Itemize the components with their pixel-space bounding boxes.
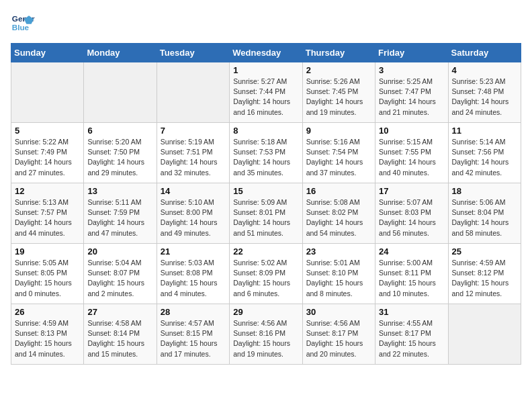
day-info: Sunrise: 5:10 AM Sunset: 8:00 PM Dayligh… (161, 197, 226, 238)
calendar-table: SundayMondayTuesdayWednesdayThursdayFrid… (11, 43, 521, 365)
calendar-day-cell: 4Sunrise: 5:23 AM Sunset: 7:48 PM Daylig… (448, 62, 521, 123)
day-info: Sunrise: 5:04 AM Sunset: 8:07 PM Dayligh… (87, 258, 152, 299)
calendar-day-cell: 8Sunrise: 5:18 AM Sunset: 7:53 PM Daylig… (230, 123, 302, 183)
day-info: Sunrise: 4:59 AM Sunset: 8:13 PM Dayligh… (15, 318, 80, 359)
day-info: Sunrise: 4:56 AM Sunset: 8:17 PM Dayligh… (306, 318, 371, 359)
weekday-header-cell: Wednesday (230, 44, 302, 62)
day-info: Sunrise: 5:16 AM Sunset: 7:54 PM Dayligh… (306, 137, 371, 178)
day-number: 14 (161, 186, 226, 196)
day-info: Sunrise: 4:59 AM Sunset: 8:12 PM Dayligh… (452, 258, 517, 299)
calendar-day-cell (448, 304, 521, 365)
day-info: Sunrise: 4:57 AM Sunset: 8:15 PM Dayligh… (161, 318, 226, 359)
calendar-day-cell (11, 62, 84, 123)
calendar-day-cell: 14Sunrise: 5:10 AM Sunset: 8:00 PM Dayli… (157, 183, 229, 244)
calendar-day-cell: 30Sunrise: 4:56 AM Sunset: 8:17 PM Dayli… (302, 304, 375, 365)
calendar-week-row: 26Sunrise: 4:59 AM Sunset: 8:13 PM Dayli… (11, 304, 521, 365)
day-info: Sunrise: 5:06 AM Sunset: 8:04 PM Dayligh… (452, 197, 517, 238)
calendar-day-cell: 9Sunrise: 5:16 AM Sunset: 7:54 PM Daylig… (302, 123, 375, 183)
calendar-day-cell: 16Sunrise: 5:08 AM Sunset: 8:02 PM Dayli… (302, 183, 375, 244)
calendar-day-cell: 29Sunrise: 4:56 AM Sunset: 8:16 PM Dayli… (230, 304, 302, 365)
day-number: 15 (233, 186, 298, 196)
calendar-day-cell: 12Sunrise: 5:13 AM Sunset: 7:57 PM Dayli… (11, 183, 84, 244)
calendar-day-cell: 5Sunrise: 5:22 AM Sunset: 7:49 PM Daylig… (11, 123, 84, 183)
calendar-week-row: 19Sunrise: 5:05 AM Sunset: 8:05 PM Dayli… (11, 244, 521, 304)
calendar-day-cell: 31Sunrise: 4:55 AM Sunset: 8:17 PM Dayli… (375, 304, 448, 365)
calendar-day-cell: 3Sunrise: 5:25 AM Sunset: 7:47 PM Daylig… (375, 62, 448, 123)
day-info: Sunrise: 5:05 AM Sunset: 8:05 PM Dayligh… (15, 258, 80, 299)
day-number: 20 (87, 246, 152, 257)
day-info: Sunrise: 5:18 AM Sunset: 7:53 PM Dayligh… (233, 137, 298, 178)
day-info: Sunrise: 5:00 AM Sunset: 8:11 PM Dayligh… (379, 258, 444, 299)
day-number: 8 (233, 126, 298, 136)
day-number: 16 (306, 186, 371, 196)
day-info: Sunrise: 5:15 AM Sunset: 7:55 PM Dayligh… (379, 137, 444, 178)
calendar-day-cell: 20Sunrise: 5:04 AM Sunset: 8:07 PM Dayli… (84, 244, 157, 304)
weekday-header-cell: Saturday (448, 44, 521, 62)
day-number: 2 (306, 65, 371, 75)
day-number: 25 (452, 246, 517, 257)
day-info: Sunrise: 5:20 AM Sunset: 7:50 PM Dayligh… (87, 137, 152, 178)
calendar-day-cell: 27Sunrise: 4:58 AM Sunset: 8:14 PM Dayli… (84, 304, 157, 365)
weekday-header-cell: Thursday (302, 44, 375, 62)
day-info: Sunrise: 5:26 AM Sunset: 7:45 PM Dayligh… (306, 77, 371, 118)
calendar-day-cell: 21Sunrise: 5:03 AM Sunset: 8:08 PM Dayli… (157, 244, 229, 304)
day-number: 19 (15, 246, 80, 257)
calendar-week-row: 1Sunrise: 5:27 AM Sunset: 7:44 PM Daylig… (11, 62, 521, 123)
calendar-day-cell: 15Sunrise: 5:09 AM Sunset: 8:01 PM Dayli… (230, 183, 302, 244)
weekday-header-cell: Sunday (11, 44, 84, 62)
day-number: 4 (452, 65, 517, 75)
day-number: 17 (379, 186, 444, 196)
day-number: 6 (87, 126, 152, 136)
day-info: Sunrise: 5:14 AM Sunset: 7:56 PM Dayligh… (452, 137, 517, 178)
weekday-header-cell: Tuesday (157, 44, 229, 62)
day-number: 22 (233, 246, 298, 257)
logo-icon: General Blue (11, 11, 35, 35)
calendar-day-cell: 24Sunrise: 5:00 AM Sunset: 8:11 PM Dayli… (375, 244, 448, 304)
calendar-day-cell: 25Sunrise: 4:59 AM Sunset: 8:12 PM Dayli… (448, 244, 521, 304)
day-number: 7 (161, 126, 226, 136)
calendar-week-row: 12Sunrise: 5:13 AM Sunset: 7:57 PM Dayli… (11, 183, 521, 244)
weekday-header-cell: Monday (84, 44, 157, 62)
calendar-week-row: 5Sunrise: 5:22 AM Sunset: 7:49 PM Daylig… (11, 123, 521, 183)
logo: General Blue (11, 11, 38, 35)
day-info: Sunrise: 5:03 AM Sunset: 8:08 PM Dayligh… (161, 258, 226, 299)
day-number: 23 (306, 246, 371, 257)
day-info: Sunrise: 5:25 AM Sunset: 7:47 PM Dayligh… (379, 77, 444, 118)
day-number: 1 (233, 65, 298, 75)
calendar-day-cell: 17Sunrise: 5:07 AM Sunset: 8:03 PM Dayli… (375, 183, 448, 244)
day-info: Sunrise: 5:13 AM Sunset: 7:57 PM Dayligh… (15, 197, 80, 238)
day-number: 10 (379, 126, 444, 136)
day-info: Sunrise: 5:22 AM Sunset: 7:49 PM Dayligh… (15, 137, 80, 178)
calendar-day-cell: 10Sunrise: 5:15 AM Sunset: 7:55 PM Dayli… (375, 123, 448, 183)
calendar-day-cell: 1Sunrise: 5:27 AM Sunset: 7:44 PM Daylig… (230, 62, 302, 123)
day-number: 27 (87, 307, 152, 317)
day-number: 29 (233, 307, 298, 317)
calendar-day-cell: 6Sunrise: 5:20 AM Sunset: 7:50 PM Daylig… (84, 123, 157, 183)
day-info: Sunrise: 4:56 AM Sunset: 8:16 PM Dayligh… (233, 318, 298, 359)
day-number: 28 (161, 307, 226, 317)
calendar-day-cell: 13Sunrise: 5:11 AM Sunset: 7:59 PM Dayli… (84, 183, 157, 244)
day-info: Sunrise: 5:11 AM Sunset: 7:59 PM Dayligh… (87, 197, 152, 238)
calendar-day-cell: 11Sunrise: 5:14 AM Sunset: 7:56 PM Dayli… (448, 123, 521, 183)
day-info: Sunrise: 5:19 AM Sunset: 7:51 PM Dayligh… (161, 137, 226, 178)
weekday-header-cell: Friday (375, 44, 448, 62)
calendar-day-cell: 18Sunrise: 5:06 AM Sunset: 8:04 PM Dayli… (448, 183, 521, 244)
weekday-header-row: SundayMondayTuesdayWednesdayThursdayFrid… (11, 44, 521, 62)
day-info: Sunrise: 5:02 AM Sunset: 8:09 PM Dayligh… (233, 258, 298, 299)
page-header: General Blue (11, 11, 521, 35)
calendar-day-cell: 28Sunrise: 4:57 AM Sunset: 8:15 PM Dayli… (157, 304, 229, 365)
day-info: Sunrise: 5:07 AM Sunset: 8:03 PM Dayligh… (379, 197, 444, 238)
day-number: 13 (87, 186, 152, 196)
calendar-day-cell (84, 62, 157, 123)
day-number: 3 (379, 65, 444, 75)
day-number: 24 (379, 246, 444, 257)
calendar-day-cell: 22Sunrise: 5:02 AM Sunset: 8:09 PM Dayli… (230, 244, 302, 304)
calendar-day-cell: 26Sunrise: 4:59 AM Sunset: 8:13 PM Dayli… (11, 304, 84, 365)
day-info: Sunrise: 4:55 AM Sunset: 8:17 PM Dayligh… (379, 318, 444, 359)
day-number: 30 (306, 307, 371, 317)
calendar-day-cell (157, 62, 229, 123)
day-number: 5 (15, 126, 80, 136)
day-info: Sunrise: 5:08 AM Sunset: 8:02 PM Dayligh… (306, 197, 371, 238)
day-number: 12 (15, 186, 80, 196)
calendar-day-cell: 19Sunrise: 5:05 AM Sunset: 8:05 PM Dayli… (11, 244, 84, 304)
